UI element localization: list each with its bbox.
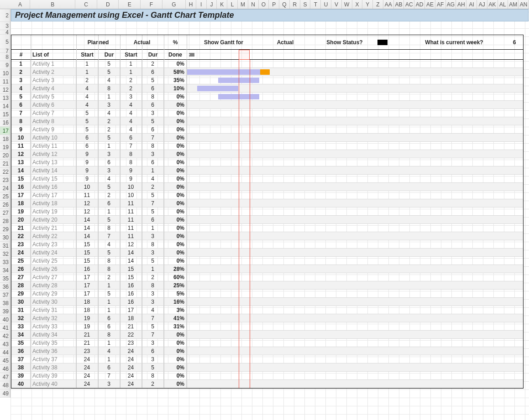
cell-pstart[interactable]: 17: [76, 281, 98, 289]
cell-pct[interactable]: 0%: [164, 355, 187, 363]
cell-pdur[interactable]: 8: [98, 84, 120, 92]
row-header-10[interactable]: 10: [0, 69, 10, 78]
col-header-S[interactable]: S: [300, 0, 311, 9]
cell-num[interactable]: 11: [11, 142, 31, 150]
col-header-M[interactable]: M: [238, 0, 248, 9]
table-row[interactable]: 16Activity 161051020%: [11, 183, 523, 191]
cell-adur[interactable]: 5: [142, 363, 164, 371]
cell-activity[interactable]: Activity 6: [31, 101, 76, 109]
cell-pct[interactable]: 0%: [164, 232, 187, 240]
cell-pct[interactable]: 0%: [164, 101, 187, 109]
cell-astart[interactable]: 1: [120, 60, 142, 67]
col-header-V[interactable]: V: [331, 0, 342, 9]
cell-adur[interactable]: 7: [142, 331, 164, 338]
cell-pstart[interactable]: 14: [76, 232, 98, 240]
row-header-15[interactable]: 15: [0, 110, 10, 119]
col-header-Y[interactable]: Y: [362, 0, 373, 9]
cell-adur[interactable]: 6: [142, 68, 164, 76]
cell-num[interactable]: 26: [11, 265, 31, 273]
cell-pdur[interactable]: 5: [98, 60, 120, 67]
cell-pstart[interactable]: 24: [76, 363, 98, 371]
cell-activity[interactable]: Activity 39: [31, 372, 76, 379]
cell-pdur[interactable]: 5: [98, 134, 120, 141]
cell-activity[interactable]: Activity 34: [31, 331, 76, 338]
cell-pstart[interactable]: 15: [76, 257, 98, 264]
cell-pct[interactable]: 35%: [164, 76, 187, 84]
cell-pdur[interactable]: 1: [98, 142, 120, 150]
cell-pct[interactable]: 41%: [164, 314, 187, 322]
col-header-X[interactable]: X: [352, 0, 363, 9]
col-header-W[interactable]: W: [342, 0, 352, 9]
cell-num[interactable]: 10: [11, 134, 31, 141]
cell-pstart[interactable]: 19: [76, 314, 98, 322]
cell-pstart[interactable]: 5: [76, 117, 98, 125]
row-header-25[interactable]: 25: [0, 192, 10, 201]
col-astart[interactable]: Start: [120, 50, 142, 59]
cell-pstart[interactable]: 9: [76, 166, 98, 174]
table-row[interactable]: 15Activity 1594940%: [11, 175, 523, 183]
cell-activity[interactable]: Activity 20: [31, 216, 76, 223]
cell-activity[interactable]: Activity 12: [31, 150, 76, 158]
cell-activity[interactable]: Activity 15: [31, 175, 76, 182]
cell-activity[interactable]: Activity 35: [31, 339, 76, 347]
cell-astart[interactable]: 9: [120, 175, 142, 182]
cell-num[interactable]: 28: [11, 281, 31, 289]
cell-astart[interactable]: 18: [120, 314, 142, 322]
cell-pdur[interactable]: 3: [98, 380, 120, 388]
cell-adur[interactable]: 4: [142, 175, 164, 182]
cell-pdur[interactable]: 4: [98, 347, 120, 355]
cell-astart[interactable]: 16: [120, 298, 142, 306]
grid-area[interactable]: Project Management using Excel - Gantt C…: [10, 9, 529, 420]
cell-pct[interactable]: 25%: [164, 281, 187, 289]
cell-adur[interactable]: 1: [142, 265, 164, 273]
cell-pstart[interactable]: 19: [76, 322, 98, 330]
row-header-28[interactable]: 28: [0, 217, 10, 225]
table-row[interactable]: 37Activity 372412430%: [11, 355, 523, 363]
col-header-AJ[interactable]: AJ: [477, 0, 487, 9]
cell-num[interactable]: 3: [11, 76, 31, 84]
cell-activity[interactable]: Activity 38: [31, 363, 76, 371]
cell-adur[interactable]: 8: [142, 281, 164, 289]
cell-adur[interactable]: 7: [142, 199, 164, 207]
row-header-46[interactable]: 46: [0, 365, 10, 373]
row-header-16[interactable]: 16: [0, 119, 10, 127]
table-row[interactable]: 34Activity 342182270%: [11, 331, 523, 339]
cell-num[interactable]: 24: [11, 249, 31, 256]
cell-adur[interactable]: 8: [142, 142, 164, 150]
cell-activity[interactable]: Activity 37: [31, 355, 76, 363]
col-header-E[interactable]: E: [119, 0, 141, 9]
row-header-30[interactable]: 30: [0, 233, 10, 242]
col-num[interactable]: #: [11, 50, 31, 59]
spreadsheet[interactable]: ABCDEFGHIJKLMNOPQRSTUVWXYZAAABACADAEAFAG…: [0, 0, 529, 420]
cell-activity[interactable]: Activity 36: [31, 347, 76, 355]
table-row[interactable]: 27Activity 2717215260%: [11, 273, 523, 281]
row-header-13[interactable]: 13: [0, 94, 10, 102]
cell-pstart[interactable]: 11: [76, 191, 98, 199]
col-header-AH[interactable]: AH: [456, 0, 466, 9]
cell-pdur[interactable]: 1: [98, 207, 120, 215]
cell-pdur[interactable]: 6: [98, 199, 120, 207]
cell-astart[interactable]: 15: [120, 273, 142, 281]
cell-astart[interactable]: 24: [120, 363, 142, 371]
cell-activity[interactable]: Activity 24: [31, 249, 76, 256]
cell-activity[interactable]: Activity 23: [31, 240, 76, 248]
cell-num[interactable]: 7: [11, 109, 31, 117]
cell-num[interactable]: 40: [11, 380, 31, 388]
cell-pstart[interactable]: 9: [76, 175, 98, 182]
row-header-39[interactable]: 39: [0, 307, 10, 316]
col-listof[interactable]: List of: [32, 50, 49, 59]
dropdown-show-gantt-value[interactable]: Actual: [265, 35, 306, 49]
cell-pstart[interactable]: 15: [76, 240, 98, 248]
col-header-AG[interactable]: AG: [446, 0, 456, 9]
cell-adur[interactable]: 8: [142, 93, 164, 100]
cell-pct[interactable]: 0%: [164, 191, 187, 199]
cell-pct[interactable]: 10%: [164, 84, 187, 92]
cell-pct[interactable]: 3%: [164, 306, 187, 314]
cell-adur[interactable]: 3: [142, 232, 164, 240]
cell-pct[interactable]: 0%: [164, 166, 187, 174]
cell-pct[interactable]: 0%: [164, 125, 187, 133]
col-header-D[interactable]: D: [97, 0, 119, 9]
cell-astart[interactable]: 11: [120, 232, 142, 240]
cell-astart[interactable]: 17: [120, 306, 142, 314]
input-current-week[interactable]: 6: [508, 35, 521, 49]
